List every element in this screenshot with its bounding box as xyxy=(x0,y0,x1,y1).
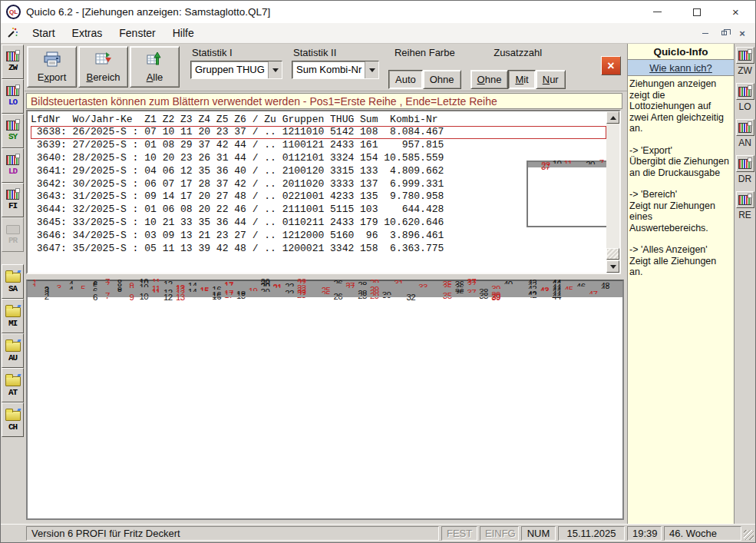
minimize-button[interactable] xyxy=(638,1,677,23)
sidebar-item-label: ZW xyxy=(8,63,17,72)
info-paragraph: -> 'Alles Anzeigen' Zeigt alle Ziehungen… xyxy=(629,244,732,278)
info-paragraph: Ziehungen anzeigen zeigt die Lottoziehun… xyxy=(629,78,732,134)
zusatzzahl-mit-button[interactable]: Mit xyxy=(508,70,535,89)
resize-grip[interactable] xyxy=(744,530,754,540)
sidebar-item-label: LD xyxy=(8,167,17,176)
menu-item-fenster[interactable]: Fenster xyxy=(111,25,163,41)
sidebar-item-label: LO xyxy=(8,98,17,107)
table-icon-button[interactable] xyxy=(736,47,754,64)
menubar: StartExtrasFensterHilfe × xyxy=(1,23,755,44)
sidebar-item-au[interactable]: AU xyxy=(2,333,24,368)
grid-row: 6912133239 xyxy=(28,296,622,297)
alle-arrow-icon xyxy=(146,51,164,69)
sidebar-item-at[interactable]: AT xyxy=(2,368,24,402)
statistik1-label: Statistik I xyxy=(190,46,282,61)
right-tool-lo[interactable]: LO xyxy=(736,83,754,112)
grid-number: 32 xyxy=(404,296,418,297)
status-19-39: 19:39 xyxy=(627,526,662,541)
grid-row xyxy=(528,167,606,167)
right-tool-an[interactable]: AN xyxy=(736,119,754,148)
chevron-down-icon xyxy=(272,68,279,72)
table-icon-button[interactable] xyxy=(736,119,754,136)
right-tool-dr[interactable]: DR xyxy=(736,155,754,184)
menu-item-extras[interactable]: Extras xyxy=(64,25,111,41)
grid-number: 39 xyxy=(489,296,503,297)
statistik2-value: Sum Kombi-Nr xyxy=(292,61,365,78)
table-row[interactable]: 3639: 27/2025-S : 01 08 29 37 42 44 / ..… xyxy=(31,139,606,152)
sidebar-item-label: FI xyxy=(8,201,17,210)
scroll-down-button[interactable] xyxy=(606,260,619,273)
bereich-button[interactable]: Bereich xyxy=(78,46,128,88)
mdi-minimize-button[interactable] xyxy=(698,28,712,39)
export-label: Export xyxy=(38,71,67,83)
statistik2-combo[interactable]: Sum Kombi-Nr xyxy=(292,61,379,79)
mdi-restore-button[interactable] xyxy=(717,28,731,39)
mini-lotto-grid: 71011202337 xyxy=(527,161,608,227)
table-header: LfdNr Wo/Jahr-Ke Z1 Z2 Z3 Z4 Z5 Z6 / Zu … xyxy=(31,113,606,126)
table-row[interactable]: 3641: 29/2025-S : 04 06 12 35 36 40 / ..… xyxy=(31,165,606,178)
table-row[interactable]: 3643: 31/2025-S : 09 14 17 20 27 48 / ..… xyxy=(31,190,606,204)
mdi-restore-icon xyxy=(721,31,727,35)
statistik1-combo[interactable]: Gruppen THUG xyxy=(190,61,282,79)
sidebar-item-mi[interactable]: MI xyxy=(2,299,24,333)
maximize-button[interactable] xyxy=(677,1,716,23)
table-icon xyxy=(738,159,751,169)
right-tool-zw[interactable]: ZW xyxy=(736,47,754,76)
table-icon xyxy=(6,155,19,165)
table-row[interactable]: 3642: 30/2025-S : 06 07 17 28 37 42 / ..… xyxy=(31,178,606,191)
table-row[interactable]: 3644: 32/2025-S : 01 06 08 20 22 46 / ..… xyxy=(31,204,606,217)
reihenfarbe-ohne-button[interactable]: Ohne xyxy=(423,70,461,89)
table-row[interactable]: 3638: 26/2025-S : 07 10 11 20 23 37 / ..… xyxy=(31,126,606,139)
drawings-table: LfdNr Wo/Jahr-Ke Z1 Z2 Z3 Z4 Z5 Z6 / Zu … xyxy=(26,110,621,274)
close-button[interactable]: × xyxy=(716,1,755,23)
window-title: Quiclo 6.2 - [Ziehungen anzeigen: Samsta… xyxy=(26,6,270,18)
sidebar-item-lo[interactable]: LO xyxy=(2,79,24,114)
sidebar-item-label: MI xyxy=(8,319,17,328)
reihenfarbe-auto-button[interactable]: Auto xyxy=(388,70,423,89)
menu-item-start[interactable]: Start xyxy=(24,25,64,41)
right-tool-re[interactable]: RE xyxy=(736,191,754,220)
table-icon-button[interactable] xyxy=(736,155,754,172)
sidebar-item-zw[interactable]: ZW xyxy=(2,45,24,79)
status-einfg: EINFG xyxy=(480,526,519,541)
arrow-down-icon xyxy=(610,265,616,269)
table-icon-button[interactable] xyxy=(736,191,754,208)
table-row[interactable]: 3640: 28/2025-S : 10 20 23 26 31 44 / ..… xyxy=(31,152,606,165)
zusatzzahl-ohne-button[interactable]: Ohne xyxy=(470,70,509,89)
table-row[interactable]: 3645: 33/2025-S : 10 21 33 35 36 44 / ..… xyxy=(31,217,606,230)
sidebar-item-ld[interactable]: LD xyxy=(2,148,24,183)
scroll-up-button[interactable] xyxy=(606,111,619,124)
menu-item-hilfe[interactable]: Hilfe xyxy=(164,25,203,41)
sidebar-item-sa[interactable]: SA xyxy=(2,264,24,299)
table-row[interactable]: 3647: 35/2025-S : 05 11 13 39 42 48 / ..… xyxy=(31,243,606,256)
table-icon-button[interactable] xyxy=(736,83,754,100)
table-row[interactable]: 3646: 34/2025-S : 03 09 13 21 23 27 / ..… xyxy=(31,230,606,243)
sidebar-item-sy[interactable]: SY xyxy=(2,114,24,148)
right-tool-label: ZW xyxy=(738,65,752,76)
statistik1-value: Gruppen THUG xyxy=(191,61,268,78)
table-icon xyxy=(6,86,19,96)
statistik1-dropdown-button[interactable] xyxy=(268,61,282,78)
folder-icon xyxy=(5,273,21,283)
wand-icon[interactable] xyxy=(4,26,21,40)
help-link[interactable]: Wie kann ich? xyxy=(628,60,734,76)
app-logo-icon: QL xyxy=(6,5,21,19)
alle-button[interactable]: Alle xyxy=(130,46,180,88)
statistik2-dropdown-button[interactable] xyxy=(365,61,378,78)
scroll-thumb[interactable] xyxy=(606,248,619,260)
sidebar-item-ch[interactable]: CH xyxy=(2,402,24,437)
close-view-button[interactable]: × xyxy=(601,56,621,75)
mdi-close-button[interactable]: × xyxy=(735,28,749,39)
info-panel-title: Quiclo-Info xyxy=(628,44,734,60)
sidebar-item-fi[interactable]: FI xyxy=(2,183,24,217)
sidebar-item-label: SA xyxy=(8,284,17,293)
info-paragraph: -> 'Bereich' Zeigt nur Ziehungen eines A… xyxy=(629,189,732,233)
table-icon xyxy=(6,190,19,200)
table-icon xyxy=(6,121,19,131)
table-scrollbar[interactable] xyxy=(606,111,619,273)
arrow-up-icon xyxy=(610,116,616,120)
export-button[interactable]: Export xyxy=(27,46,77,88)
zusatzzahl-label: Zusatzzahl xyxy=(470,46,566,61)
status-46-woche: 46. Woche xyxy=(664,526,741,541)
zusatzzahl-nur-button[interactable]: Nur xyxy=(536,70,566,89)
